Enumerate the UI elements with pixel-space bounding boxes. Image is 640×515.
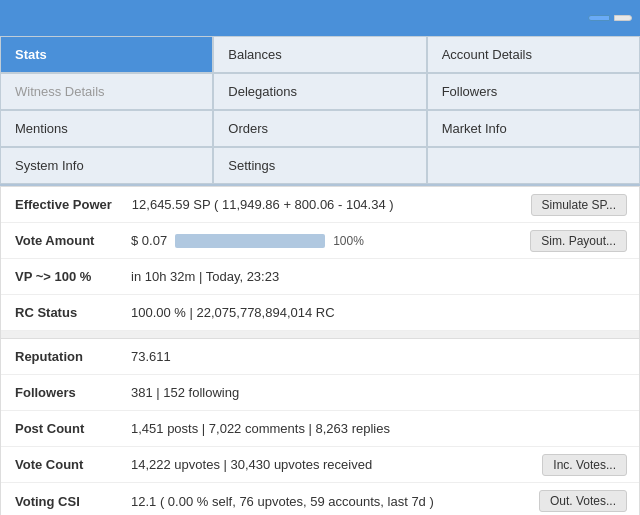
stats-value: 73.611	[121, 341, 639, 372]
stats-row: RC Status100.00 % | 22,075,778,894,014 R…	[1, 295, 639, 331]
menu-item-followers[interactable]: Followers	[427, 73, 640, 110]
stats-divider	[1, 331, 639, 339]
stats-label-rc-status: RC Status	[1, 297, 121, 328]
steem-button[interactable]	[588, 15, 610, 21]
stats-row: Voting CSI12.1 ( 0.00 % self, 76 upvotes…	[1, 483, 639, 515]
menu-item-orders[interactable]: Orders	[213, 110, 426, 147]
stats-action-area: Simulate SP...	[525, 190, 633, 220]
vote-bar-bg	[175, 234, 325, 248]
menu-item-balances[interactable]: Balances	[213, 36, 426, 73]
stats-action-area: Sim. Payout...	[524, 226, 633, 256]
stats-action-area: Inc. Votes...	[536, 450, 633, 480]
stats-label-effective-power: Effective Power	[1, 189, 122, 220]
vote-amount-value: $ 0.07	[131, 233, 167, 248]
vote-bar-fill	[175, 234, 325, 248]
stats-value: 381 | 152 following	[121, 377, 639, 408]
stats-value: 12,645.59 SP ( 11,949.86 + 800.06 - 104.…	[122, 189, 525, 220]
top-nav	[0, 0, 640, 36]
stats-value: 1,451 posts | 7,022 comments | 8,263 rep…	[121, 413, 639, 444]
action-button-inc-votes[interactable]: Inc. Votes...	[542, 454, 627, 476]
stats-value: 100.00 % | 22,075,778,894,014 RC	[121, 297, 639, 328]
action-button-out-votes[interactable]: Out. Votes...	[539, 490, 627, 512]
stats-value: 12.1 ( 0.00 % self, 76 upvotes, 59 accou…	[121, 486, 533, 516]
menu-item-market-info[interactable]: Market Info	[427, 110, 640, 147]
menu-grid: StatsBalancesAccount DetailsWitness Deta…	[0, 36, 640, 186]
vote-pct-label: 100%	[333, 234, 364, 248]
stats-row: Vote Count14,222 upvotes | 30,430 upvote…	[1, 447, 639, 483]
action-button-simulate-sp[interactable]: Simulate SP...	[531, 194, 627, 216]
menu-item-system-info[interactable]: System Info	[0, 147, 213, 184]
menu-item-empty	[427, 147, 640, 184]
stats-label-followers: Followers	[1, 377, 121, 408]
stats-label-post-count: Post Count	[1, 413, 121, 444]
stats-action-area: Out. Votes...	[533, 486, 633, 515]
menu-item-mentions[interactable]: Mentions	[0, 110, 213, 147]
menu-item-settings[interactable]: Settings	[213, 147, 426, 184]
more-button[interactable]	[614, 15, 632, 21]
stats-row: Effective Power12,645.59 SP ( 11,949.86 …	[1, 187, 639, 223]
stats-label-vp--100-: VP ~> 100 %	[1, 261, 121, 292]
stats-label-vote-count: Vote Count	[1, 449, 121, 480]
stats-value: in 10h 32m | Today, 23:23	[121, 261, 639, 292]
stats-row: Vote Amount$ 0.07100%Sim. Payout...	[1, 223, 639, 259]
stats-row: VP ~> 100 %in 10h 32m | Today, 23:23	[1, 259, 639, 295]
stats-value: 14,222 upvotes | 30,430 upvotes received	[121, 449, 536, 480]
stats-table: Effective Power12,645.59 SP ( 11,949.86 …	[0, 186, 640, 515]
vote-bar-container: $ 0.07100%	[131, 233, 514, 248]
action-button-sim-payout[interactable]: Sim. Payout...	[530, 230, 627, 252]
menu-item-witness-details: Witness Details	[0, 73, 213, 110]
stats-row: Post Count1,451 posts | 7,022 comments |…	[1, 411, 639, 447]
stats-label-reputation: Reputation	[1, 341, 121, 372]
stats-row: Followers381 | 152 following	[1, 375, 639, 411]
menu-item-delegations[interactable]: Delegations	[213, 73, 426, 110]
menu-item-account-details[interactable]: Account Details	[427, 36, 640, 73]
stats-label-voting-csi: Voting CSI	[1, 486, 121, 516]
stats-label-vote-amount: Vote Amount	[1, 225, 121, 256]
stats-row: Reputation73.611	[1, 339, 639, 375]
stats-value: $ 0.07100%	[121, 225, 524, 256]
menu-item-stats[interactable]: Stats	[0, 36, 213, 73]
